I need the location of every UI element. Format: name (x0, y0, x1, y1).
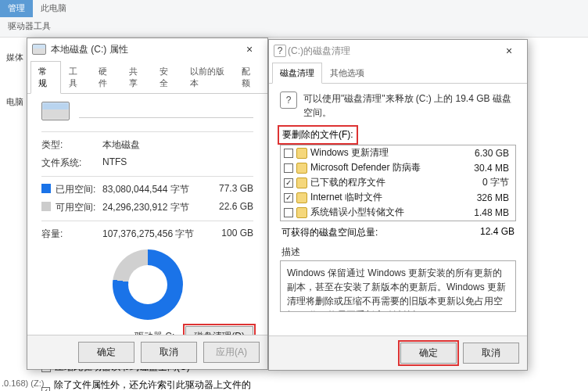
tab-cleanup[interactable]: 磁盘清理 (272, 63, 322, 84)
cleanup-info-text: 可以使用"磁盘清理"来释放 (C:) 上的 19.4 GB 磁盘空间。 (303, 91, 516, 120)
tab-tools[interactable]: 工具 (61, 61, 91, 94)
list-item: 系统错误小型转储文件 1.48 MB (281, 205, 515, 220)
drive-icon (41, 102, 70, 120)
tab-sharing[interactable]: 共享 (121, 61, 152, 94)
item-checkbox[interactable] (284, 208, 293, 217)
item-checkbox[interactable] (284, 149, 293, 158)
type-value: 本地磁盘 (102, 138, 253, 152)
fs-label: 文件系统: (41, 156, 102, 170)
cancel-button[interactable]: 取消 (141, 342, 197, 363)
apply-button[interactable]: 应用(A) (203, 342, 260, 363)
description-box: Windows 保留通过 Windows 更新安装的所有更新的副本，甚至在安装了… (280, 260, 516, 312)
folder-icon (296, 192, 307, 203)
used-label: 已用空间: (41, 183, 102, 196)
tab-previous[interactable]: 以前的版本 (182, 61, 235, 94)
folder-icon (296, 178, 307, 188)
tab-more-options[interactable]: 其他选项 (322, 63, 372, 84)
ok-button[interactable]: 确定 (78, 342, 134, 363)
cancel-button[interactable]: 取消 (463, 343, 519, 364)
disk-icon (32, 44, 46, 55)
cleanup-app-icon: ? (274, 45, 286, 57)
list-item: Windows 更新清理 6.30 GB (281, 145, 515, 160)
usage-donut-chart (113, 249, 183, 320)
cap-bytes: 107,376,275,456 字节 (102, 228, 211, 241)
type-label: 类型: (41, 138, 102, 152)
cap-gb: 100 GB (211, 228, 253, 241)
ok-button[interactable]: 确定 (400, 343, 457, 364)
list-item: ✓ 已下载的程序文件 0 字节 (281, 175, 515, 190)
cap-label: 容量: (41, 228, 102, 241)
cleanup-title: (C:)的磁盘清理 (288, 45, 496, 58)
cleanup-dialog: ? (C:)的磁盘清理 × 磁盘清理 其他选项 ? 可以使用"磁盘清理"来释放 … (268, 39, 528, 371)
tab-general[interactable]: 常规 (30, 61, 61, 94)
free-label: 可用空间: (41, 201, 102, 214)
tab-hardware[interactable]: 硬件 (91, 61, 121, 94)
item-checkbox[interactable]: ✓ (284, 193, 293, 203)
item-checkbox[interactable]: ✓ (284, 178, 293, 188)
used-bytes: 83,080,044,544 字节 (102, 183, 211, 196)
properties-button-bar: 确定 取消 应用(A) (27, 335, 267, 369)
cleanup-titlebar: ? (C:)的磁盘清理 × (269, 40, 527, 62)
info-icon: ? (280, 91, 297, 109)
fs-value: NTFS (102, 156, 253, 170)
properties-tabs: 常规 工具 硬件 共享 安全 以前的版本 配额 (27, 60, 267, 94)
gain-label: 可获得的磁盘空间总量: (281, 226, 378, 239)
ribbon-tab-manage[interactable]: 管理 (0, 0, 33, 17)
explorer-ribbon: 管理 此电脑 驱动器工具 (0, 0, 588, 38)
ribbon-sub-drive-tools[interactable]: 驱动器工具 (0, 17, 59, 35)
cleanup-file-list[interactable]: Windows 更新清理 6.30 GB Microsoft Defender … (280, 145, 516, 221)
list-item: ✓ Internet 临时文件 326 MB (281, 190, 515, 205)
free-bytes: 24,296,230,912 字节 (102, 201, 211, 214)
volume-name-input[interactable] (79, 104, 253, 118)
gain-value: 12.4 GB (480, 226, 514, 239)
used-gb: 77.3 GB (211, 183, 253, 196)
close-icon[interactable]: × (236, 43, 263, 56)
tab-security[interactable]: 安全 (152, 61, 182, 94)
cleanup-button-bar: 确定 取消 (269, 335, 527, 370)
item-checkbox[interactable] (284, 163, 293, 173)
index-label: 除了文件属性外，还允许索引此驱动器上文件的内容(I) (54, 378, 253, 391)
properties-titlebar: 本地磁盘 (C:) 属性 × (27, 38, 267, 60)
free-swatch-icon (41, 202, 51, 211)
properties-dialog: 本地磁盘 (C:) 属性 × 常规 工具 硬件 共享 安全 以前的版本 配额 类… (27, 38, 268, 370)
folder-icon (296, 163, 307, 174)
used-swatch-icon (41, 184, 51, 193)
index-checkbox[interactable]: ✓ (41, 387, 50, 391)
list-item: Microsoft Defender 防病毒 30.4 MB (281, 160, 515, 175)
folder-icon (296, 148, 307, 159)
properties-title: 本地磁盘 (C:) 属性 (51, 43, 236, 56)
tab-quota[interactable]: 配额 (234, 61, 264, 94)
free-gb: 22.6 GB (211, 201, 253, 214)
description-label: 描述 (280, 244, 516, 260)
cleanup-tabs: 磁盘清理 其他选项 (269, 62, 527, 84)
folder-icon (296, 207, 307, 218)
cleanup-content: ? 可以使用"磁盘清理"来释放 (C:) 上的 19.4 GB 磁盘空间。 要删… (269, 84, 527, 320)
files-to-delete-label: 要删除的文件(F): (282, 129, 353, 140)
ribbon-tab-thispc[interactable]: 此电脑 (33, 0, 74, 17)
close-icon[interactable]: × (496, 45, 522, 57)
